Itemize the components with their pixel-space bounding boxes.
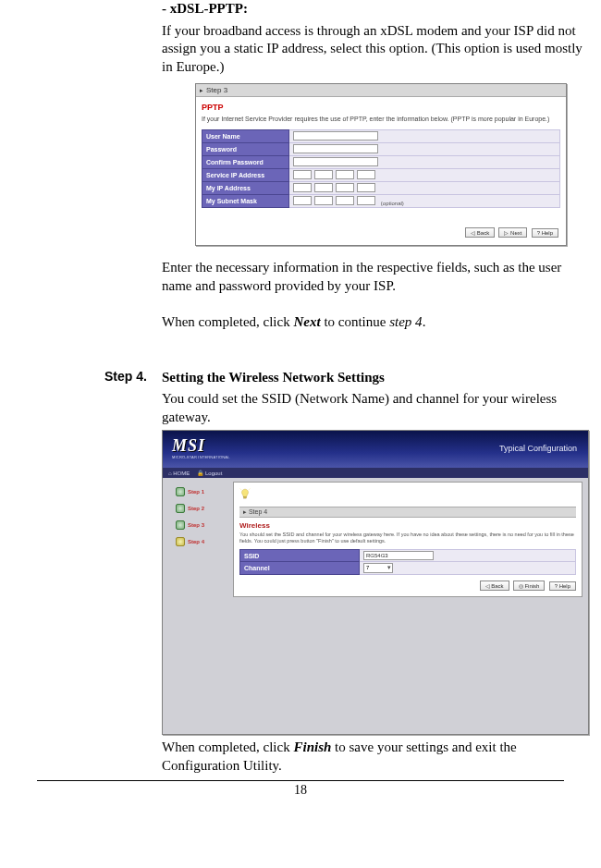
help-button-2[interactable]: ? Help — [549, 581, 576, 591]
next-button[interactable]: ▷ Next — [498, 227, 527, 238]
optional-label: (optional) — [381, 201, 404, 206]
step4-body: You could set the SSID (Network Name) an… — [162, 390, 592, 426]
label-password: Password — [202, 143, 289, 156]
msi-logo: MSI — [172, 436, 205, 456]
home-link[interactable]: ⌂ HOME — [168, 471, 190, 476]
sidebar-step4[interactable]: Step 4 — [176, 537, 220, 546]
subnet-oct4[interactable] — [357, 196, 375, 205]
my-ip-oct3[interactable] — [336, 183, 354, 192]
back-button-2[interactable]: ◁ Back — [480, 581, 509, 591]
my-ip-oct2[interactable] — [314, 183, 333, 192]
service-ip-oct3[interactable] — [336, 170, 354, 179]
sidebar-step1[interactable]: Step 1 — [176, 487, 220, 496]
service-ip-oct1[interactable] — [293, 170, 312, 179]
step4-heading: Setting the Wireless Network Settings — [162, 369, 592, 387]
footer-rule — [37, 780, 564, 781]
wireless-form: SSID RG54G3 Channel 7 — [239, 549, 576, 575]
bullet-icon — [176, 487, 185, 496]
input-username[interactable] — [293, 131, 378, 141]
sidebar-step3[interactable]: Step 3 — [176, 520, 220, 530]
wireless-heading: Wireless — [239, 521, 576, 530]
wireless-description: You should set the SSID and channel for … — [239, 532, 576, 544]
msi-header: MSI MICRO-STAR INTERNATIONAL Typical Con… — [163, 431, 588, 468]
click-next-text: When completed, click Next to continue s… — [162, 313, 592, 332]
bullet-icon — [176, 520, 185, 530]
label-ssid: SSID — [240, 550, 360, 562]
page-number: 18 — [9, 783, 592, 798]
my-ip-oct1[interactable] — [293, 183, 312, 192]
msi-logo-sub: MICRO-STAR INTERNATIONAL — [172, 455, 230, 459]
lightbulb-icon — [239, 488, 251, 501]
arrow-icon: ▸ — [200, 87, 203, 94]
label-username: User Name — [202, 130, 289, 143]
sidebar-step2[interactable]: Step 2 — [176, 504, 220, 513]
click-finish-text: When completed, click Finish to save you… — [162, 739, 592, 775]
input-password[interactable] — [293, 144, 378, 153]
label-my-ip: My IP Address — [202, 182, 289, 195]
logout-link[interactable]: 🔒 Logout — [197, 470, 222, 476]
subnet-oct2[interactable] — [314, 196, 333, 205]
svg-rect-0 — [244, 496, 247, 498]
subnet-oct3[interactable] — [336, 196, 354, 205]
step4-flag: ▸ Step 4 — [239, 507, 576, 518]
service-ip-oct2[interactable] — [314, 170, 333, 179]
svg-line-3 — [249, 489, 250, 490]
pptp-description: If your Internet Service Provider requir… — [202, 116, 560, 122]
label-subnet: My Subnet Mask — [202, 195, 289, 208]
step4-label: Step 4. — [104, 369, 147, 384]
pptp-step-label: Step 3 — [206, 86, 227, 94]
xdsl-desc: If your broadband access is through an x… — [162, 22, 592, 77]
subbar: ⌂ HOME 🔒 Logout — [163, 468, 588, 478]
label-service-ip: Service IP Address — [202, 169, 289, 182]
back-button[interactable]: ◁ Back — [465, 227, 495, 238]
my-ip-oct4[interactable] — [357, 183, 375, 192]
xdsl-title: - xDSL-PPTP: — [162, 0, 592, 18]
ssid-input[interactable]: RG54G3 — [363, 551, 434, 560]
service-ip-oct4[interactable] — [357, 170, 375, 179]
pptp-form: User Name Password Confirm Password Serv… — [202, 129, 560, 208]
step-sidebar: Step 1 Step 2 Step 3 Step 4 — [176, 487, 220, 554]
subnet-oct1[interactable] — [293, 196, 312, 205]
label-channel: Channel — [240, 562, 360, 575]
pptp-screenshot: ▸ Step 3 PPTP If your Internet Service P… — [195, 83, 567, 246]
channel-select[interactable]: 7 — [363, 563, 393, 573]
help-button[interactable]: ? Help — [532, 228, 558, 238]
bullet-icon — [176, 537, 185, 546]
finish-button[interactable]: ◎ Finish — [513, 581, 546, 591]
typical-config-label: Typical Configuration — [499, 444, 577, 453]
pptp-heading: PPTP — [202, 103, 560, 112]
pptp-stepbar: ▸ Step 3 — [196, 84, 566, 97]
svg-line-2 — [240, 489, 241, 490]
input-confirm-password[interactable] — [293, 157, 378, 166]
label-confirm-password: Confirm Password — [202, 156, 289, 169]
wireless-screenshot: MSI MICRO-STAR INTERNATIONAL Typical Con… — [162, 430, 589, 735]
enter-info-text: Enter the necessary information in the r… — [162, 259, 592, 295]
wireless-panel: ▸ Step 4 Wireless You should set the SSI… — [233, 482, 583, 597]
bullet-icon — [176, 504, 185, 513]
